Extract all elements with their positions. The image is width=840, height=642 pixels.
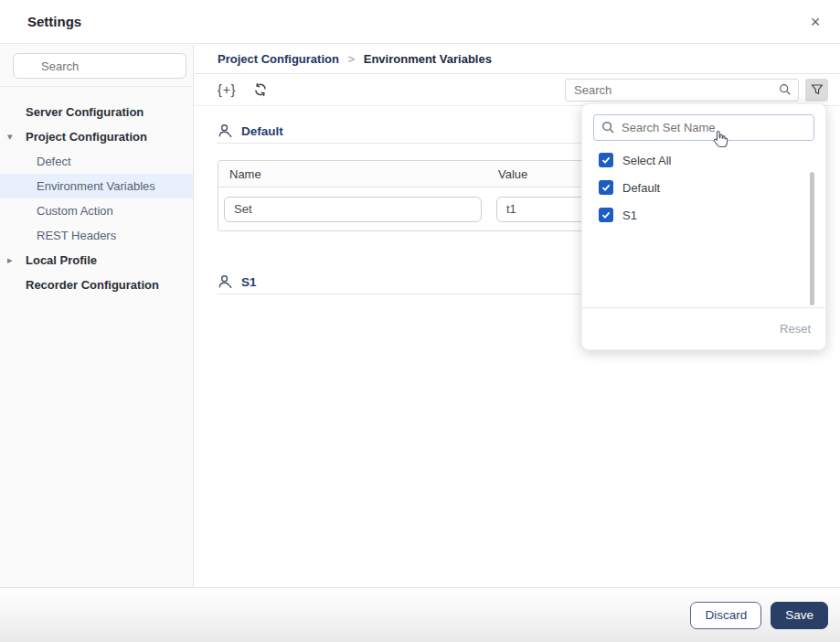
discard-button[interactable]: Discard [690,602,761,629]
env-vars-toolbar: {+} [195,74,840,106]
filter-option-s1[interactable]: S1 [599,201,825,229]
breadcrumb-separator: > [343,52,361,66]
checkbox-checked-icon[interactable] [599,153,613,167]
column-header-name: Name [218,167,494,181]
reset-filter-button[interactable]: Reset [780,322,811,336]
filter-option-label: S1 [622,209,637,222]
add-variable-set-icon[interactable]: {+} [218,82,237,97]
close-icon[interactable]: × [805,12,825,32]
sidebar-search-input[interactable] [13,53,186,79]
breadcrumb-parent[interactable]: Project Configuration [218,52,339,66]
search-icon [601,121,615,134]
settings-dialog: Settings × Server Configuration ▾ Projec… [0,0,840,642]
filter-sets-button[interactable] [805,79,828,102]
sidebar-item-label: Custom Action [37,204,113,218]
dialog-header: Settings × [0,0,840,44]
set-title: Default [241,124,283,138]
sidebar-item-project-configuration[interactable]: ▾ Project Configuration [0,124,193,149]
filter-option-label: Select All [622,154,671,167]
sidebar-item-server-configuration[interactable]: Server Configuration [0,100,193,124]
sidebar-item-label: Server Configuration [26,105,144,119]
sidebar-item-label: Defect [37,155,71,168]
sidebar-item-label: Recorder Configuration [26,278,159,292]
dialog-footer: Discard Save [0,587,840,642]
save-button[interactable]: Save [771,602,828,629]
sidebar-item-custom-action[interactable]: Custom Action [0,198,193,223]
variable-name-input[interactable] [224,197,482,222]
settings-sidebar: Server Configuration ▾ Project Configura… [0,45,194,587]
checkbox-checked-icon[interactable] [599,208,613,222]
filter-option-label: Default [622,181,660,195]
filter-option-select-all[interactable]: Select All [599,146,825,174]
caret-down-icon[interactable]: ▾ [7,124,20,149]
popover-scrollbar[interactable] [810,172,814,305]
filter-option-default[interactable]: Default [599,174,825,201]
breadcrumb-current: Environment Variables [364,52,492,66]
set-filter-popover: Select All Default S1 Reset [581,103,826,350]
variables-search-input[interactable] [565,79,799,102]
sidebar-item-local-profile[interactable]: ▸ Local Profile [0,248,193,273]
sidebar-item-environment-variables[interactable]: Environment Variables [0,174,193,198]
variable-set-icon [218,274,233,290]
settings-nav-tree: Server Configuration ▾ Project Configura… [0,87,193,297]
set-name-search-input[interactable] [593,114,814,141]
set-name-search [593,114,814,141]
variables-search [565,79,799,102]
sidebar-item-label: Project Configuration [26,130,147,144]
sidebar-item-label: REST Headers [37,229,116,242]
set-title: S1 [241,275,257,289]
variable-set-icon [218,123,233,139]
breadcrumb: Project Configuration > Environment Vari… [195,45,840,74]
sidebar-item-label: Environment Variables [37,179,155,193]
sidebar-item-recorder-configuration[interactable]: Recorder Configuration [0,273,193,297]
sidebar-item-label: Local Profile [26,253,97,267]
set-filter-options: Select All Default S1 [582,146,825,229]
sidebar-item-defect[interactable]: Defect [0,149,193,174]
sidebar-item-rest-headers[interactable]: REST Headers [0,223,193,248]
filter-funnel-icon [811,83,824,96]
page-title: Settings [27,0,81,44]
popover-footer: Reset [582,307,825,349]
checkbox-checked-icon[interactable] [599,180,613,195]
refresh-icon[interactable] [253,82,268,97]
caret-right-icon[interactable]: ▸ [7,248,20,273]
sidebar-search-area [0,45,193,87]
search-icon [779,83,792,96]
